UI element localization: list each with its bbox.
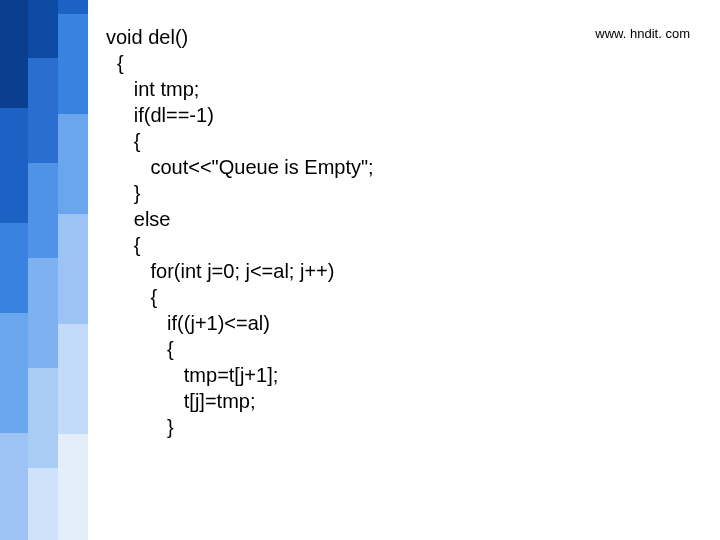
decor-block bbox=[58, 324, 88, 434]
decor-block bbox=[28, 368, 58, 468]
decor-block bbox=[58, 0, 88, 14]
code-line: tmp=t[j+1]; bbox=[106, 364, 278, 386]
code-line: { bbox=[106, 52, 124, 74]
decor-block bbox=[0, 223, 28, 313]
decor-block bbox=[58, 14, 88, 114]
code-line: { bbox=[106, 338, 174, 360]
code-line: } bbox=[106, 416, 174, 438]
code-line: else bbox=[106, 208, 170, 230]
decor-block bbox=[28, 258, 58, 368]
left-decor-column bbox=[0, 0, 88, 540]
decor-block bbox=[58, 114, 88, 214]
decor-block bbox=[28, 0, 58, 58]
code-line: { bbox=[106, 286, 157, 308]
decor-block bbox=[0, 433, 28, 540]
decor-block bbox=[28, 468, 58, 540]
decor-block bbox=[0, 0, 28, 108]
code-line: int tmp; bbox=[106, 78, 199, 100]
code-line: if((j+1)<=al) bbox=[106, 312, 270, 334]
code-line: } bbox=[106, 182, 140, 204]
decor-block bbox=[58, 434, 88, 540]
code-line: { bbox=[106, 130, 140, 152]
decor-block bbox=[0, 108, 28, 223]
code-line: for(int j=0; j<=al; j++) bbox=[106, 260, 334, 282]
code-line: cout<<"Queue is Empty"; bbox=[106, 156, 374, 178]
code-line: void del() bbox=[106, 26, 188, 48]
code-block: void del() { int tmp; if(dl==-1) { cout<… bbox=[106, 24, 374, 440]
decor-block bbox=[28, 58, 58, 163]
code-line: { bbox=[106, 234, 140, 256]
code-line: t[j]=tmp; bbox=[106, 390, 255, 412]
code-line: if(dl==-1) bbox=[106, 104, 214, 126]
decor-block bbox=[58, 214, 88, 324]
decor-block bbox=[28, 163, 58, 258]
decor-block bbox=[0, 313, 28, 433]
watermark-text: www. hndit. com bbox=[595, 26, 690, 41]
